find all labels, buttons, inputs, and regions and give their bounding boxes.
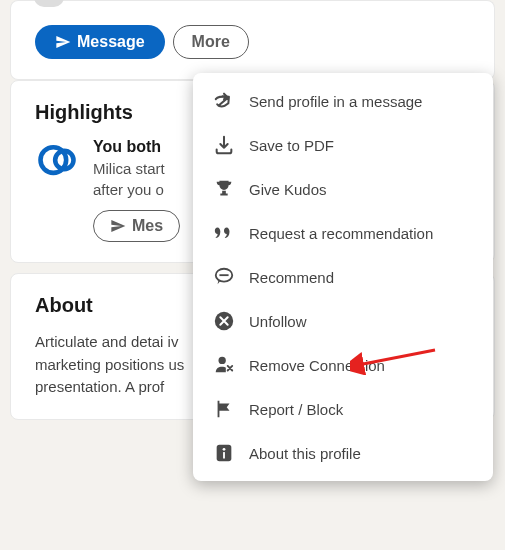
profile-card-top-fragment: [10, 0, 495, 25]
avatar-fragment: [34, 0, 64, 7]
x-circle-icon: [213, 310, 235, 332]
speech-bubble-icon: [213, 266, 235, 288]
svg-rect-8: [223, 452, 225, 458]
menu-give-kudos[interactable]: Give Kudos: [193, 167, 493, 211]
menu-label: Save to PDF: [249, 137, 334, 154]
quote-icon: [213, 222, 235, 244]
highlight-subtitle: Milica start after you o: [93, 158, 180, 200]
send-icon: [55, 34, 71, 50]
highlight-message-label: Mes: [132, 217, 163, 235]
more-button[interactable]: More: [173, 25, 249, 59]
message-button[interactable]: Message: [35, 25, 165, 59]
menu-request-recommendation[interactable]: Request a recommendation: [193, 211, 493, 255]
svg-point-5: [219, 357, 226, 364]
menu-label: Request a recommendation: [249, 225, 433, 242]
menu-recommend[interactable]: Recommend: [193, 255, 493, 299]
menu-label: Recommend: [249, 269, 334, 286]
more-dropdown: Send profile in a message Save to PDF Gi…: [193, 73, 493, 481]
menu-remove-connection[interactable]: Remove Connection: [193, 343, 493, 387]
menu-about-profile[interactable]: About this profile: [193, 431, 493, 475]
menu-label: Unfollow: [249, 313, 307, 330]
menu-label: Report / Block: [249, 401, 343, 418]
menu-label: Send profile in a message: [249, 93, 422, 110]
download-icon: [213, 134, 235, 156]
svg-point-7: [223, 448, 226, 451]
person-x-icon: [213, 354, 235, 376]
trophy-icon: [213, 178, 235, 200]
info-icon: [213, 442, 235, 464]
send-icon: [110, 218, 126, 234]
connection-circles-icon: [35, 138, 79, 182]
highlight-title: You both: [93, 138, 180, 156]
menu-label: Remove Connection: [249, 357, 385, 374]
message-button-label: Message: [77, 33, 145, 51]
menu-label: About this profile: [249, 445, 361, 462]
menu-report-block[interactable]: Report / Block: [193, 387, 493, 431]
profile-actions-row: Message More: [10, 25, 495, 80]
menu-unfollow[interactable]: Unfollow: [193, 299, 493, 343]
share-arrow-icon: [213, 90, 235, 112]
menu-save-pdf[interactable]: Save to PDF: [193, 123, 493, 167]
menu-send-profile[interactable]: Send profile in a message: [193, 79, 493, 123]
highlight-text: You both Milica start after you o Mes: [93, 138, 180, 242]
menu-label: Give Kudos: [249, 181, 327, 198]
flag-icon: [213, 398, 235, 420]
more-button-label: More: [192, 33, 230, 50]
highlight-message-button[interactable]: Mes: [93, 210, 180, 242]
